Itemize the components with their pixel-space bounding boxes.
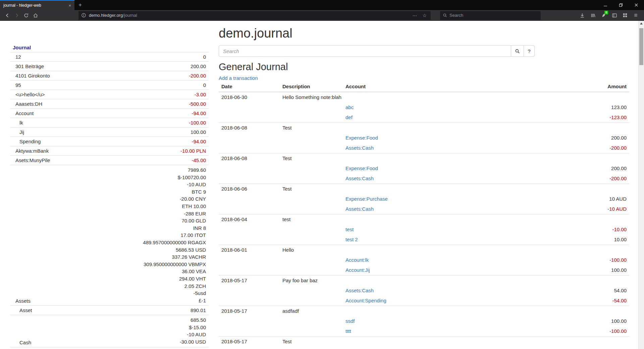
sidebar-account-link[interactable]: <u>hello</u> <box>15 92 45 97</box>
sidebar-account-link[interactable]: Jij <box>19 129 24 135</box>
posting-row: Assets:Cash -200.00 <box>219 173 629 184</box>
sidebar-account-row: Cash 685.50$-15.00-10 AUD-30.00 USD <box>10 315 209 347</box>
sidebar-account-balance: -94.00 <box>87 137 209 146</box>
back-button[interactable] <box>3 11 12 20</box>
posting-account-link[interactable]: Assets:Cash <box>345 176 374 181</box>
sidebar-account-link[interactable]: Aaasets:DH <box>15 101 42 107</box>
journal-search-form: ? <box>219 45 535 57</box>
window-controls <box>598 0 644 10</box>
sidebar-account-row: lk -100.00 <box>10 118 209 128</box>
back-icon <box>5 13 10 18</box>
home-button[interactable] <box>31 11 40 20</box>
transaction-date: 2018-06-08 <box>219 123 280 133</box>
posting-account-link[interactable]: ssdf <box>345 318 355 324</box>
posting-row: tttt -100.00 <box>219 326 629 337</box>
sidebar-account-link[interactable]: Aktywa:mBank <box>15 148 49 154</box>
transaction-row: 2018-06-06 Test <box>219 184 629 194</box>
search-icon <box>515 49 520 54</box>
posting-account-link[interactable]: Assets:Cash <box>345 145 374 151</box>
sidebar-account-link[interactable]: Asets:MunyPile <box>15 157 50 163</box>
sidebar-account-link[interactable]: Spending <box>19 139 41 144</box>
posting-account-link[interactable]: Account:Spending <box>345 298 386 303</box>
journal-link[interactable]: Journal <box>13 45 31 50</box>
new-tab-button[interactable]: + <box>74 0 86 10</box>
sidebar-toggle-button[interactable] <box>609 11 619 20</box>
sidebar-account-row: Spending -94.00 <box>10 137 209 146</box>
sidebar-account-row: Asset 890.01 <box>10 306 209 315</box>
download-button[interactable] <box>577 11 587 20</box>
tab-title: journal - hledger-web <box>3 3 66 8</box>
restore-button[interactable] <box>613 0 629 10</box>
scrollbar-thumb[interactable] <box>639 28 643 65</box>
close-window-button[interactable] <box>629 0 644 10</box>
journal-search-button[interactable] <box>511 45 524 57</box>
posting-row: Assets:Cash 54.00 <box>219 286 629 296</box>
sidebar-account-row: 301 Beiträge 200.00 <box>10 62 209 71</box>
apps-grid-button[interactable] <box>620 11 630 20</box>
posting-account-link[interactable]: Expense:Food <box>345 135 378 141</box>
sidebar-account-link[interactable]: 12 <box>15 54 21 60</box>
posting-row: Assets:Cash -200.00 <box>219 143 629 153</box>
journal-table-body: 2018-06-30 Hello Something note:blah abc… <box>219 92 629 347</box>
search-help-button[interactable]: ? <box>524 45 535 57</box>
bookmark-star-icon[interactable]: ☆ <box>421 13 428 18</box>
library-icon <box>590 13 596 18</box>
sidebar-account-link[interactable]: 301 Beiträge <box>15 63 44 69</box>
browser-tab[interactable]: journal - hledger-web × <box>0 0 74 10</box>
posting-account-link[interactable]: Expense:Purchase <box>345 196 388 202</box>
transaction-row: 2018-06-08 Test <box>219 123 629 133</box>
transaction-description: Pay foo bar baz <box>280 276 629 286</box>
sidebar-account-balance: -500.00 <box>87 99 209 109</box>
extension-button[interactable]: 0 <box>599 11 608 20</box>
posting-account-link[interactable]: abc <box>345 104 354 110</box>
forward-button[interactable] <box>12 11 21 20</box>
tab-close-icon[interactable]: × <box>68 3 71 8</box>
posting-amount: -100.00 <box>529 326 629 337</box>
search-icon <box>443 13 447 17</box>
sidebar-account-row: 95 0 <box>10 81 209 90</box>
page-actions-icon[interactable]: ⋯ <box>411 13 418 18</box>
sidebar-account-row: 12 0 <box>10 52 209 62</box>
browser-search-bar[interactable]: Search <box>440 11 541 20</box>
restore-icon <box>619 3 623 7</box>
library-button[interactable] <box>588 11 598 20</box>
posting-account-link[interactable]: Assets:Cash <box>345 206 374 212</box>
sidebar-account-balance: -200.00 <box>87 71 209 81</box>
posting-account-link[interactable]: test <box>345 227 354 232</box>
url-bar[interactable]: demo.hledger.org/journal ⋯ ☆ <box>78 11 431 20</box>
journal-search-input[interactable] <box>219 45 511 57</box>
transaction-date: 2018-06-08 <box>219 153 280 164</box>
site-info-icon[interactable] <box>81 13 86 18</box>
page-content: Journal 12 0 301 Beiträge 200.00 4101 Gi… <box>0 21 644 349</box>
posting-account-link[interactable]: Account:lk <box>345 257 369 263</box>
menu-button[interactable]: ≡ <box>631 11 641 20</box>
header-amount: Amount <box>529 82 629 92</box>
sidebar-account-link[interactable]: Cash <box>19 340 31 345</box>
sidebar-account-link[interactable]: 4101 Girokonto <box>15 73 50 79</box>
reload-button[interactable] <box>21 11 31 20</box>
posting-row: Assets:Cash -10 AUD <box>219 204 629 214</box>
posting-account-link[interactable]: def <box>345 114 353 120</box>
posting-account-link[interactable]: tttt <box>345 328 351 334</box>
minimize-button[interactable] <box>598 0 613 10</box>
sidebar-account-link[interactable]: Asset <box>19 307 32 313</box>
add-transaction-link[interactable]: Add a transaction <box>219 75 258 81</box>
sidebar-account-link[interactable]: Account <box>15 110 34 116</box>
sidebar-account-link[interactable]: 95 <box>15 82 21 88</box>
posting-row: Expense:Purchase 10 AUD <box>219 194 629 204</box>
posting-account-link[interactable]: test 2 <box>345 237 358 242</box>
posting-amount: 100.00 <box>529 265 629 276</box>
transaction-description: Hello Something note:blah <box>280 92 629 102</box>
sidebar-account-row: Account -94.00 <box>10 109 209 118</box>
posting-row: Expense:Food 200.00 <box>219 133 629 143</box>
posting-account-link[interactable]: Account:Jij <box>345 267 370 273</box>
posting-account-link[interactable]: Assets:Cash <box>345 288 374 293</box>
sidebar-table-body: Journal 12 0 301 Beiträge 200.00 4101 Gi… <box>10 43 209 349</box>
scrollbar-up-button[interactable] <box>639 21 644 26</box>
download-icon <box>580 13 585 18</box>
posting-account-link[interactable]: Expense:Food <box>345 165 378 171</box>
transaction-date: 2018-06-01 <box>219 245 280 255</box>
sidebar-account-link[interactable]: lk <box>19 120 23 126</box>
sidebar-account-link[interactable]: Assets <box>15 298 31 304</box>
transaction-row: 2018-06-01 Hello <box>219 245 629 255</box>
